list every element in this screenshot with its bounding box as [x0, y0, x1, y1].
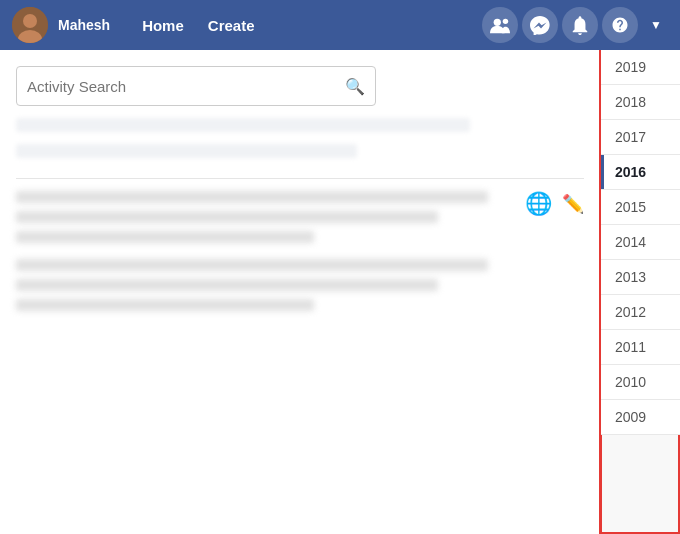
year-item[interactable]: 2018 [601, 85, 680, 120]
year-item[interactable]: 2016 [601, 155, 680, 190]
main-content: 🔍 🌐 ✏️ 201920182017201620152014201320122… [0, 50, 680, 534]
navbar: Mahesh Home Create [0, 0, 680, 50]
globe-icon: 🌐 [525, 191, 552, 217]
messenger-button[interactable] [522, 7, 558, 43]
avatar[interactable] [12, 7, 48, 43]
left-panel: 🔍 🌐 ✏️ [0, 50, 600, 534]
search-icon[interactable]: 🔍 [345, 77, 365, 96]
search-bar: 🔍 [16, 66, 376, 106]
blurred-section-1 [16, 118, 470, 132]
content-row-1: 🌐 ✏️ [16, 178, 584, 331]
notifications-button[interactable] [562, 7, 598, 43]
blurred-section-2 [16, 144, 357, 158]
blurred-line [16, 279, 438, 291]
year-item[interactable]: 2010 [601, 365, 680, 400]
blurred-line [16, 191, 488, 203]
nav-left: Mahesh Home Create [12, 7, 265, 43]
nav-create[interactable]: Create [198, 11, 265, 40]
nav-links: Home Create [132, 11, 264, 40]
search-input[interactable] [27, 78, 345, 95]
year-item[interactable]: 2017 [601, 120, 680, 155]
year-panel: 2019201820172016201520142013201220112010… [600, 50, 680, 534]
friends-button[interactable] [482, 7, 518, 43]
year-item[interactable]: 2014 [601, 225, 680, 260]
year-item[interactable]: 2019 [601, 50, 680, 85]
year-item[interactable]: 2009 [601, 400, 680, 435]
blurred-line [16, 299, 314, 311]
svg-point-3 [494, 19, 501, 26]
nav-icons: ▼ [482, 7, 668, 43]
year-list: 2019201820172016201520142013201220112010… [601, 50, 680, 435]
edit-icon[interactable]: ✏️ [562, 193, 584, 215]
help-button[interactable] [602, 7, 638, 43]
nav-home[interactable]: Home [132, 11, 194, 40]
year-item[interactable]: 2011 [601, 330, 680, 365]
year-item[interactable]: 2013 [601, 260, 680, 295]
blurred-line [16, 231, 314, 243]
content-text-1 [16, 191, 513, 319]
blurred-line [16, 259, 488, 271]
svg-point-1 [23, 14, 37, 28]
year-item[interactable]: 2012 [601, 295, 680, 330]
dropdown-arrow[interactable]: ▼ [644, 14, 668, 36]
svg-point-4 [503, 19, 508, 24]
content-icons: 🌐 ✏️ [525, 191, 584, 217]
blurred-line [16, 211, 438, 223]
nav-user-name[interactable]: Mahesh [58, 17, 110, 33]
year-item[interactable]: 2015 [601, 190, 680, 225]
